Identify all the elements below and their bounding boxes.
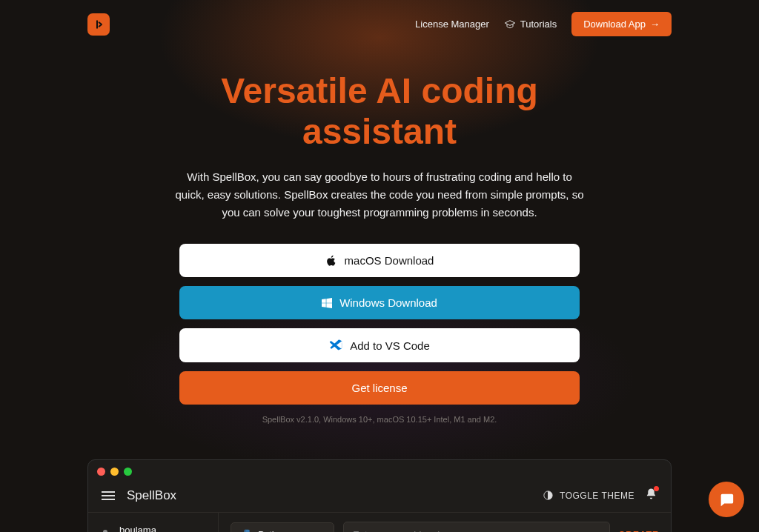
- language-select[interactable]: Python ▼: [231, 522, 334, 532]
- vscode-download-label: Add to VS Code: [350, 339, 430, 352]
- hero-title: Versatile AI coding assistant: [142, 70, 617, 152]
- logo[interactable]: [87, 13, 110, 36]
- nav-tutorials-label: Tutorials: [520, 19, 557, 30]
- theme-icon: [543, 490, 554, 501]
- windows-icon: [322, 298, 332, 308]
- windows-download-button[interactable]: Windows Download: [179, 286, 580, 319]
- problem-input[interactable]: [343, 522, 610, 532]
- language-selected-label: Python: [258, 529, 288, 532]
- nav-tutorials[interactable]: Tutorials: [504, 19, 557, 30]
- hamburger-menu-icon[interactable]: [102, 491, 115, 500]
- toggle-theme-label: TOGGLE THEME: [560, 491, 634, 501]
- app-preview-window: SpellBox TOGGLE THEME boulama boulama@ot…: [87, 459, 672, 532]
- window-close-icon[interactable]: [97, 468, 105, 476]
- user-name: boulama: [119, 525, 191, 532]
- notification-dot-icon: [654, 486, 659, 491]
- chat-widget-button[interactable]: [709, 482, 744, 517]
- get-license-label: Get license: [351, 382, 407, 394]
- hero: Versatile AI coding assistant With Spell…: [0, 48, 759, 424]
- window-maximize-icon[interactable]: [124, 468, 132, 476]
- chat-icon: [718, 491, 735, 508]
- arrow-right-icon: →: [650, 19, 660, 30]
- version-text: SpellBox v2.1.0, Windows 10+, macOS 10.1…: [0, 415, 759, 424]
- macos-download-label: macOS Download: [345, 254, 434, 267]
- app-title: SpellBox: [127, 488, 176, 503]
- toggle-theme-button[interactable]: TOGGLE THEME: [543, 490, 634, 501]
- navbar: License Manager Tutorials Download App →: [0, 0, 759, 48]
- user-profile[interactable]: boulama boulama@otimbi.com: [88, 519, 218, 532]
- graduation-cap-icon: [504, 19, 516, 30]
- user-icon: [99, 528, 112, 532]
- apple-icon: [325, 255, 337, 267]
- hero-subtitle: With SpellBox, you can say goodbye to ho…: [172, 168, 587, 222]
- get-license-button[interactable]: Get license: [179, 371, 580, 405]
- nav-license-manager[interactable]: License Manager: [415, 19, 489, 30]
- download-app-label: Download App: [583, 19, 646, 30]
- sidebar: boulama boulama@otimbi.com Home: [88, 513, 219, 532]
- notifications-button[interactable]: [645, 488, 657, 503]
- python-icon: [240, 529, 252, 532]
- download-app-button[interactable]: Download App →: [571, 12, 672, 36]
- window-minimize-icon[interactable]: [110, 468, 119, 476]
- vscode-download-button[interactable]: Add to VS Code: [179, 328, 580, 362]
- window-controls: [88, 460, 671, 483]
- macos-download-button[interactable]: macOS Download: [179, 244, 580, 277]
- windows-download-label: Windows Download: [339, 296, 437, 309]
- vscode-icon: [329, 339, 342, 352]
